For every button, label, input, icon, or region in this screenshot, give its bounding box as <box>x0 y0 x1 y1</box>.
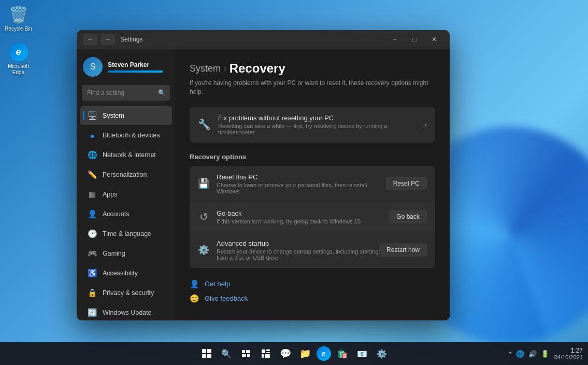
svg-rect-2 <box>242 354 246 357</box>
edge-icon[interactable]: e Microsoft Edge <box>4 43 33 76</box>
clock-date: 04/10/2021 <box>554 354 583 360</box>
tray-volume-icon[interactable]: 🔊 <box>527 349 538 359</box>
recycle-bin-icon[interactable]: 🗑️ Recycle Bin <box>4 5 33 32</box>
fix-card-title: Fix problems without resetting your PC <box>218 114 424 122</box>
start-button[interactable] <box>198 345 215 362</box>
fix-problems-icon: 🔧 <box>198 118 211 131</box>
recovery-options-group: 💾 Reset this PC Choose to keep or remove… <box>190 166 435 268</box>
get-help-label: Get help <box>205 280 230 288</box>
go-back-desc: If this version isn't working, try going… <box>217 218 361 224</box>
sidebar-item-accounts[interactable]: 👤 Accounts <box>80 205 172 223</box>
svg-rect-0 <box>242 350 245 353</box>
restart-now-button[interactable]: Restart now <box>379 243 427 257</box>
give-feedback-link[interactable]: 😊 Give feedback <box>190 293 435 304</box>
user-progress-bar <box>108 71 163 73</box>
svg-rect-6 <box>266 352 270 353</box>
taskbar-search-button[interactable]: 🔍 <box>218 345 235 362</box>
taskbar-widgets-button[interactable] <box>257 345 274 362</box>
sidebar-item-gaming[interactable]: 🎮 Gaming <box>80 244 172 263</box>
advanced-startup-icon: ⚙️ <box>198 244 209 256</box>
user-name: Steven Parker <box>108 61 169 68</box>
taskbar-settings-button[interactable]: ⚙️ <box>374 345 390 362</box>
reset-pc-title: Reset this PC <box>217 173 386 181</box>
tray-network-icon[interactable]: 🌐 <box>515 349 525 359</box>
breadcrumb: System › Recovery <box>190 61 435 76</box>
svg-rect-8 <box>265 354 270 358</box>
fix-problems-card[interactable]: 🔧 Fix problems without resetting your PC… <box>190 107 435 143</box>
title-bar-nav: ← → <box>83 34 115 45</box>
window-body: S Steven Parker 🔍 🖥️ System <box>77 49 450 320</box>
go-back-button[interactable]: Go back <box>389 210 427 223</box>
sidebar: S Steven Parker 🔍 🖥️ System <box>77 49 175 320</box>
sidebar-item-system[interactable]: 🖥️ System <box>80 106 172 125</box>
fix-card-arrow-icon: › <box>424 120 427 129</box>
settings-window: ← → Settings − □ ✕ S <box>77 30 450 320</box>
breadcrumb-current: Recovery <box>230 61 285 76</box>
sidebar-item-personalization[interactable]: ✏️ Personalization <box>80 165 172 184</box>
search-input[interactable] <box>82 85 170 101</box>
advanced-startup-card: ⚙️ Advanced startup Restart your device … <box>190 232 435 268</box>
give-feedback-label: Give feedback <box>205 294 248 302</box>
bluetooth-icon: ● <box>87 130 97 141</box>
reset-pc-card: 💾 Reset this PC Choose to keep or remove… <box>190 166 435 202</box>
breadcrumb-arrow: › <box>224 64 226 73</box>
sidebar-item-time[interactable]: 🕐 Time & language <box>80 224 172 243</box>
search-box: 🔍 <box>82 85 170 101</box>
apps-icon: ▦ <box>87 189 97 200</box>
reset-pc-button[interactable]: Reset PC <box>386 177 427 190</box>
advanced-startup-title: Advanced startup <box>217 240 379 247</box>
maximize-button[interactable]: □ <box>405 32 424 47</box>
personalization-icon: ✏️ <box>87 170 97 180</box>
sidebar-item-windows-update[interactable]: 🔄 Windows Update <box>80 303 172 320</box>
reset-pc-icon: 💾 <box>198 178 209 189</box>
time-icon: 🕐 <box>87 229 97 239</box>
search-icon: 🔍 <box>158 89 166 96</box>
desktop-icons: 🗑️ Recycle Bin e Microsoft Edge <box>4 5 33 76</box>
taskbar-mail-button[interactable]: 📧 <box>354 345 370 362</box>
breadcrumb-parent: System <box>190 63 221 74</box>
taskbar-clock[interactable]: 1:27 04/10/2021 <box>554 347 583 360</box>
taskbar-chat-button[interactable]: 💬 <box>277 345 294 362</box>
title-bar: ← → Settings − □ ✕ <box>77 30 450 49</box>
fix-card-desc: Resetting can take a while — first, try … <box>218 123 424 135</box>
advanced-startup-desc: Restart your device to change startup se… <box>217 248 379 261</box>
taskbar-explorer-button[interactable]: 📁 <box>297 345 313 362</box>
taskbar-edge-button[interactable]: e <box>317 346 331 361</box>
accessibility-icon: ♿ <box>87 268 97 278</box>
taskbar-store-button[interactable]: 🛍️ <box>334 345 351 362</box>
svg-rect-5 <box>266 349 270 351</box>
reset-pc-desc: Choose to keep or remove your personal f… <box>217 182 386 194</box>
system-icon: 🖥️ <box>87 110 97 121</box>
title-bar-left: ← → Settings <box>83 34 142 45</box>
tray-icons: ^ 🌐 🔊 🔋 <box>508 349 550 359</box>
desktop: 🗑️ Recycle Bin e Microsoft Edge ← → Sett… <box>0 0 588 365</box>
tray-chevron-icon[interactable]: ^ <box>508 349 513 359</box>
go-back-card: ↺ Go back If this version isn't working,… <box>190 202 435 232</box>
sidebar-item-network[interactable]: 🌐 Network & internet <box>80 146 172 164</box>
minimize-button[interactable]: − <box>385 32 404 47</box>
svg-rect-4 <box>262 349 265 353</box>
sidebar-item-privacy[interactable]: 🔒 Privacy & security <box>80 284 172 302</box>
get-help-link[interactable]: 👤 Get help <box>190 278 435 290</box>
help-links: 👤 Get help 😊 Give feedback <box>190 278 435 304</box>
sidebar-item-bluetooth[interactable]: ● Bluetooth & devices <box>80 126 172 145</box>
taskbar-right: ^ 🌐 🔊 🔋 1:27 04/10/2021 <box>508 347 583 360</box>
page-description: If you're having problems with your PC o… <box>190 79 435 96</box>
taskbar-taskview-button[interactable] <box>238 345 254 362</box>
gaming-icon: 🎮 <box>87 248 97 259</box>
user-profile[interactable]: S Steven Parker <box>77 49 175 83</box>
taskbar-center: 🔍 💬 📁 e 🛍 <box>198 345 390 362</box>
get-help-icon: 👤 <box>190 279 199 289</box>
close-button[interactable]: ✕ <box>425 32 443 47</box>
tray-battery-icon[interactable]: 🔋 <box>540 349 550 359</box>
give-feedback-icon: 😊 <box>190 294 199 303</box>
svg-rect-7 <box>262 354 264 358</box>
main-content: System › Recovery If you're having probl… <box>175 49 450 320</box>
clock-time: 1:27 <box>554 347 583 354</box>
sidebar-item-apps[interactable]: ▦ Apps <box>80 185 172 204</box>
back-button[interactable]: ← <box>83 34 97 45</box>
avatar: S <box>83 57 103 77</box>
taskbar: 🔍 💬 📁 e 🛍 <box>0 342 588 365</box>
sidebar-item-accessibility[interactable]: ♿ Accessibility <box>80 264 172 283</box>
forward-button[interactable]: → <box>101 34 115 45</box>
